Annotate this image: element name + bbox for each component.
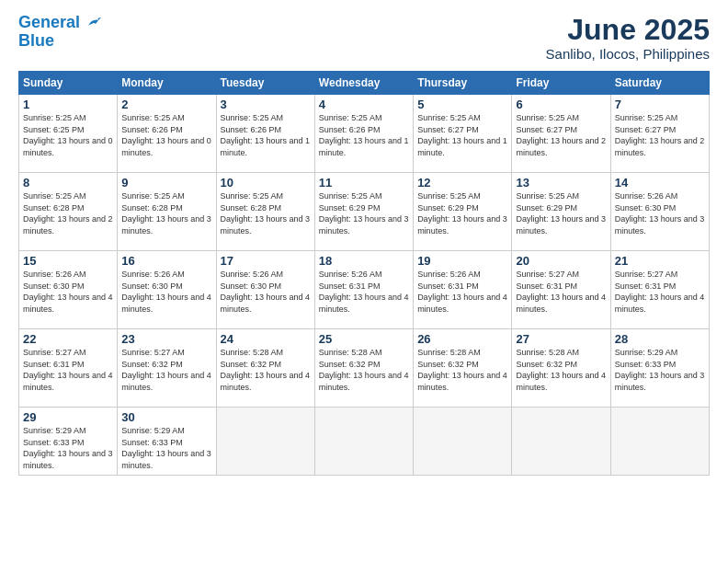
day-11: 11 Sunrise: 5:25 AMSunset: 6:29 PMDaylig… bbox=[314, 173, 413, 251]
day-25: 25 Sunrise: 5:28 AMSunset: 6:32 PMDaylig… bbox=[314, 329, 413, 408]
week-row-5: 29 Sunrise: 5:29 AMSunset: 6:33 PMDaylig… bbox=[19, 408, 710, 475]
logo-bird-icon bbox=[86, 17, 103, 29]
day-16: 16 Sunrise: 5:26 AMSunset: 6:30 PMDaylig… bbox=[118, 251, 216, 329]
week-row-3: 15 Sunrise: 5:26 AMSunset: 6:30 PMDaylig… bbox=[19, 251, 710, 329]
day-4: 4 Sunrise: 5:25 AMSunset: 6:26 PMDayligh… bbox=[314, 95, 413, 173]
header: General Blue June 2025 Sanlibo, Ilocos, … bbox=[18, 14, 710, 62]
day-7: 7 Sunrise: 5:25 AMSunset: 6:27 PMDayligh… bbox=[610, 95, 709, 173]
week-row-4: 22 Sunrise: 5:27 AMSunset: 6:31 PMDaylig… bbox=[19, 329, 710, 408]
header-thursday: Thursday bbox=[414, 72, 512, 95]
empty-cell-5 bbox=[610, 408, 709, 475]
day-19: 19 Sunrise: 5:26 AMSunset: 6:31 PMDaylig… bbox=[414, 251, 512, 329]
calendar-title: June 2025 bbox=[546, 14, 710, 46]
day-6: 6 Sunrise: 5:25 AMSunset: 6:27 PMDayligh… bbox=[512, 95, 610, 173]
day-15: 15 Sunrise: 5:26 AMSunset: 6:30 PMDaylig… bbox=[19, 251, 118, 329]
day-22: 22 Sunrise: 5:27 AMSunset: 6:31 PMDaylig… bbox=[19, 329, 118, 408]
week-row-2: 8 Sunrise: 5:25 AMSunset: 6:28 PMDayligh… bbox=[19, 173, 710, 251]
week-row-1: 1 Sunrise: 5:25 AMSunset: 6:25 PMDayligh… bbox=[19, 95, 710, 173]
header-monday: Monday bbox=[118, 72, 216, 95]
header-tuesday: Tuesday bbox=[216, 72, 314, 95]
empty-cell-4 bbox=[512, 408, 610, 475]
header-saturday: Saturday bbox=[610, 72, 709, 95]
day-28: 28 Sunrise: 5:29 AMSunset: 6:33 PMDaylig… bbox=[610, 329, 709, 408]
calendar-subtitle: Sanlibo, Ilocos, Philippines bbox=[546, 46, 710, 62]
header-sunday: Sunday bbox=[19, 72, 118, 95]
empty-cell-1 bbox=[216, 408, 314, 475]
header-wednesday: Wednesday bbox=[314, 72, 413, 95]
day-1: 1 Sunrise: 5:25 AMSunset: 6:25 PMDayligh… bbox=[19, 95, 118, 173]
day-21: 21 Sunrise: 5:27 AMSunset: 6:31 PMDaylig… bbox=[610, 251, 709, 329]
empty-cell-3 bbox=[414, 408, 512, 475]
logo-blue: Blue bbox=[18, 31, 54, 50]
day-5: 5 Sunrise: 5:25 AMSunset: 6:27 PMDayligh… bbox=[414, 95, 512, 173]
weekday-header-row: Sunday Monday Tuesday Wednesday Thursday… bbox=[19, 72, 710, 95]
day-17: 17 Sunrise: 5:26 AMSunset: 6:30 PMDaylig… bbox=[216, 251, 314, 329]
day-2: 2 Sunrise: 5:25 AMSunset: 6:26 PMDayligh… bbox=[118, 95, 216, 173]
day-3: 3 Sunrise: 5:25 AMSunset: 6:26 PMDayligh… bbox=[216, 95, 314, 173]
day-9: 9 Sunrise: 5:25 AMSunset: 6:28 PMDayligh… bbox=[118, 173, 216, 251]
day-30: 30 Sunrise: 5:29 AMSunset: 6:33 PMDaylig… bbox=[118, 408, 216, 475]
day-14: 14 Sunrise: 5:26 AMSunset: 6:30 PMDaylig… bbox=[610, 173, 709, 251]
calendar-table: Sunday Monday Tuesday Wednesday Thursday… bbox=[18, 71, 710, 475]
day-8: 8 Sunrise: 5:25 AMSunset: 6:28 PMDayligh… bbox=[19, 173, 118, 251]
header-friday: Friday bbox=[512, 72, 610, 95]
title-block: June 2025 Sanlibo, Ilocos, Philippines bbox=[546, 14, 710, 62]
day-13: 13 Sunrise: 5:25 AMSunset: 6:29 PMDaylig… bbox=[512, 173, 610, 251]
day-10: 10 Sunrise: 5:25 AMSunset: 6:28 PMDaylig… bbox=[216, 173, 314, 251]
day-24: 24 Sunrise: 5:28 AMSunset: 6:32 PMDaylig… bbox=[216, 329, 314, 408]
logo-text: General Blue bbox=[18, 14, 103, 51]
day-20: 20 Sunrise: 5:27 AMSunset: 6:31 PMDaylig… bbox=[512, 251, 610, 329]
empty-cell-2 bbox=[314, 408, 413, 475]
day-23: 23 Sunrise: 5:27 AMSunset: 6:32 PMDaylig… bbox=[118, 329, 216, 408]
day-18: 18 Sunrise: 5:26 AMSunset: 6:31 PMDaylig… bbox=[314, 251, 413, 329]
day-29: 29 Sunrise: 5:29 AMSunset: 6:33 PMDaylig… bbox=[19, 408, 118, 475]
page: General Blue June 2025 Sanlibo, Ilocos, … bbox=[0, 0, 728, 563]
logo-general: General bbox=[18, 13, 80, 31]
day-27: 27 Sunrise: 5:28 AMSunset: 6:32 PMDaylig… bbox=[512, 329, 610, 408]
day-12: 12 Sunrise: 5:25 AMSunset: 6:29 PMDaylig… bbox=[414, 173, 512, 251]
day-26: 26 Sunrise: 5:28 AMSunset: 6:32 PMDaylig… bbox=[414, 329, 512, 408]
logo: General Blue bbox=[18, 14, 103, 51]
